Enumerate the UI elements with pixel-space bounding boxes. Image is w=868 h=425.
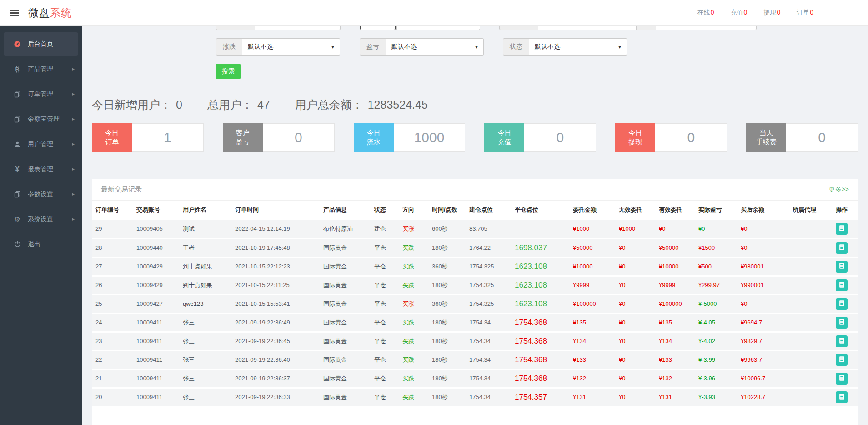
sidebar-item-参数设置[interactable]: 参数设置▸ — [0, 182, 82, 207]
cell: 10009405 — [136, 220, 183, 238]
cell: 600秒 — [432, 220, 469, 238]
cell: ¥50000 — [659, 238, 698, 257]
cell: 平仓 — [374, 276, 402, 294]
topnav-充值[interactable]: 充值0 — [731, 9, 748, 17]
sidebar-item-余额宝管理[interactable]: 余额宝管理▸ — [0, 106, 82, 132]
table-row: 2810009440王者2021-10-19 17:45:48国际黄金平仓买跌1… — [92, 238, 858, 257]
cell: 10009429 — [136, 276, 183, 294]
row-detail-button[interactable] — [836, 391, 848, 403]
row-detail-button[interactable] — [836, 261, 848, 273]
cell: 2021-09-19 22:36:37 — [235, 369, 323, 388]
trades-table: 订单编号交易账号用户姓名订单时间产品信息状态方向时间/点数建仓点位平仓点位委托金… — [92, 201, 858, 407]
cell: ¥0 — [619, 276, 659, 294]
cell-action — [836, 313, 858, 332]
cell: ¥0 — [619, 238, 659, 257]
table-row: 2610009429到十点如果2021-10-15 22:11:25国际黄金平仓… — [92, 276, 858, 294]
cell: ¥135 — [659, 313, 698, 332]
row-detail-button[interactable] — [836, 317, 848, 329]
search-button[interactable]: 搜索 — [216, 64, 241, 79]
sidebar-item-订单管理[interactable]: 订单管理▸ — [0, 81, 82, 106]
stat-card-label: 今日 流水 — [354, 123, 394, 152]
column-header: 建仓点位 — [469, 201, 515, 220]
dashboard-icon — [13, 40, 22, 48]
row-detail-button[interactable] — [836, 223, 848, 235]
status-label: 状态 — [503, 38, 529, 56]
row-detail-button[interactable] — [836, 279, 848, 291]
cell: ¥0 — [659, 220, 698, 238]
cell-action — [836, 276, 858, 294]
row-detail-button[interactable] — [836, 335, 848, 347]
sidebar-item-系统设置[interactable]: ⚙系统设置▸ — [0, 207, 82, 232]
sidebar-item-label: 用户管理 — [28, 140, 53, 148]
sidebar-item-label: 余额宝管理 — [28, 115, 60, 123]
table-header-row: 订单编号交易账号用户姓名订单时间产品信息状态方向时间/点数建仓点位平仓点位委托金… — [92, 201, 858, 220]
app-logo: 微盘系统 — [28, 6, 72, 20]
sidebar-item-后台首页[interactable]: 后台首页 — [4, 32, 78, 56]
new-users-value: 0 — [176, 98, 182, 111]
menu-toggle-icon[interactable] — [10, 8, 19, 18]
topnav-在线[interactable]: 在线0 — [697, 9, 714, 17]
cell: ¥100000 — [573, 294, 619, 313]
cell: 24 — [92, 313, 136, 332]
cell: ¥131 — [573, 388, 619, 406]
latest-trades-panel: 最新交易记录 更多>> 订单编号交易账号用户姓名订单时间产品信息状态方向时间/点… — [92, 179, 858, 425]
row-detail-button[interactable] — [836, 373, 848, 385]
count-badge: 0 — [777, 9, 780, 16]
status-select[interactable]: 默认不选▾ — [529, 38, 627, 56]
chevron-right-icon: ▸ — [72, 166, 75, 172]
files-icon — [13, 191, 22, 198]
cell: ¥10096.7 — [741, 369, 793, 388]
topnav-提现[interactable]: 提现0 — [763, 9, 780, 17]
cell: ¥9963.7 — [741, 350, 793, 369]
cell: 25 — [92, 294, 136, 313]
topnav-订单[interactable]: 订单0 — [797, 9, 813, 17]
cell: 平仓 — [374, 388, 402, 406]
updown-select[interactable]: 默认不选▾ — [242, 38, 340, 56]
row-detail-button[interactable] — [836, 354, 848, 366]
table-row: 2710009429到十点如果2021-10-15 22:12:23国际黄金平仓… — [92, 257, 858, 276]
cell: 180秒 — [432, 238, 469, 257]
cell — [793, 238, 836, 257]
sidebar-item-label: 后台首页 — [28, 40, 53, 48]
profit-select[interactable]: 默认不选▾ — [386, 38, 484, 56]
table-row: 2110009411张三2021-09-19 22:36:37国际黄金平仓买跌1… — [92, 369, 858, 388]
cell: 张三 — [183, 350, 235, 369]
cell: 360秒 — [432, 294, 469, 313]
row-detail-button[interactable] — [836, 298, 848, 310]
cell: ¥-5000 — [698, 294, 741, 313]
cell: 平仓 — [374, 238, 402, 257]
cell: 买跌 — [402, 238, 432, 257]
sidebar-item-用户管理[interactable]: 用户管理▸ — [0, 132, 82, 157]
cell: 1754.325 — [469, 257, 515, 276]
chevron-right-icon: ▸ — [72, 116, 75, 122]
cell — [793, 350, 836, 369]
cell: ¥-4.02 — [698, 332, 741, 350]
sidebar-item-退出[interactable]: 退出 — [0, 232, 82, 257]
cell: 平仓 — [374, 294, 402, 313]
cell: ¥0 — [741, 220, 793, 238]
sidebar-item-报表管理[interactable]: ¥报表管理▸ — [0, 157, 82, 182]
more-link[interactable]: 更多>> — [829, 186, 849, 194]
column-header: 操作 — [836, 201, 858, 220]
stat-cards: 今日 订单1客户 盈亏0今日 流水1000今日 充值0今日 提现0当天 手续费0 — [92, 123, 858, 152]
action-list-icon — [838, 244, 845, 252]
cell-action — [836, 257, 858, 276]
cell: 张三 — [183, 332, 235, 350]
sidebar-item-产品管理[interactable]: B产品管理▸ — [0, 56, 82, 81]
row-detail-button[interactable] — [836, 242, 848, 254]
cell: 买涨 — [402, 220, 432, 238]
cell: ¥134 — [573, 332, 619, 350]
cell: ¥-3.93 — [698, 388, 741, 406]
cell: ¥9999 — [659, 276, 698, 294]
action-list-icon — [838, 300, 845, 308]
action-list-icon — [838, 319, 845, 327]
column-header: 产品信息 — [323, 201, 374, 220]
stat-card-label: 今日 订单 — [92, 123, 132, 152]
cell: ¥0 — [619, 350, 659, 369]
cell: ¥0 — [741, 238, 793, 257]
cell-action — [836, 350, 858, 369]
cell: ¥10000 — [659, 257, 698, 276]
cell: ¥1500 — [698, 238, 741, 257]
stats-summary: 今日新增用户：0 总用户：47 用户总余额：1283524.45 — [92, 97, 858, 112]
column-header: 实际盈亏 — [698, 201, 741, 220]
